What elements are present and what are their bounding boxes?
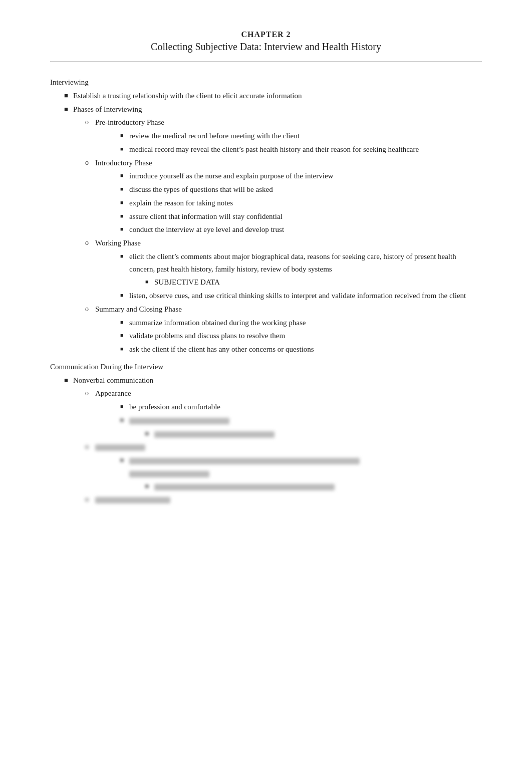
validate-problems-text: validate problems and discuss plans to r…	[129, 330, 482, 342]
assure-confidential-text: assure client that information will stay…	[129, 210, 482, 223]
medical-record-text: medical record may reveal the client’s p…	[129, 143, 482, 156]
item-nonverbal: ■ Nonverbal communication	[64, 374, 482, 387]
item-ask-client: ■ ask the client if the client has any o…	[120, 343, 482, 356]
introduce-text: introduce yourself as the nurse and expl…	[129, 170, 482, 182]
pre-intro-text: Pre-introductory Phase	[95, 116, 482, 129]
intro-phase-text: Introductory Phase	[95, 157, 482, 169]
blurred-text-4	[95, 493, 482, 506]
chapter-title: Collecting Subjective Data: Interview an…	[50, 41, 482, 53]
bullet-l3-3: ■	[120, 171, 129, 180]
review-medical-text: review the medical record before meeting…	[129, 130, 482, 142]
bullet-l1-3: ■	[64, 375, 73, 385]
item-phases: ■ Phases of Interviewing	[64, 103, 482, 116]
item-summary-phase: o Summary and Closing Phase	[85, 303, 482, 316]
header-divider	[50, 62, 482, 62]
blurred-text-1b	[154, 428, 482, 440]
item-explain-notes: ■ explain the reason for taking notes	[120, 197, 482, 209]
bullet-l2-7-blurred: o	[85, 493, 95, 505]
item-blurred-4: o	[85, 493, 482, 506]
interviewing-label: Interviewing	[50, 78, 89, 86]
bullet-l3-2: ■	[120, 144, 129, 153]
explain-notes-text: explain the reason for taking notes	[129, 197, 482, 209]
item-blurred-1: ■	[120, 414, 482, 427]
item-assure-confidential: ■ assure client that information will st…	[120, 210, 482, 223]
item-blurred-2: o	[85, 441, 482, 453]
bullet-l1-1: ■	[64, 90, 73, 101]
bullet-l2-4: o	[85, 303, 95, 315]
bullet-l4-1: ■	[145, 277, 154, 286]
item-pre-intro: o Pre-introductory Phase	[85, 116, 482, 129]
section-communication: Communication During the Interview	[50, 361, 482, 373]
item-elicit-comments: ■ elicit the client’s comments about maj…	[120, 250, 482, 276]
section-interviewing: Interviewing	[50, 76, 482, 89]
blurred-text-3	[129, 454, 482, 479]
summary-phase-text: Summary and Closing Phase	[95, 303, 482, 316]
establish-trust-text: Establish a trusting relationship with t…	[73, 90, 482, 102]
bullet-l3-8: ■	[120, 251, 129, 260]
bullet-l2-3: o	[85, 237, 95, 248]
elicit-comments-text: elicit the client’s comments about major…	[129, 250, 482, 276]
item-validate-problems: ■ validate problems and discuss plans to…	[120, 330, 482, 342]
item-blurred-1b: ■	[145, 428, 482, 440]
working-phase-text: Working Phase	[95, 237, 482, 249]
item-working-phase: o Working Phase	[85, 237, 482, 249]
bullet-l3-5: ■	[120, 198, 129, 207]
item-review-medical: ■ review the medical record before meeti…	[120, 130, 482, 142]
bullet-l2-5: o	[85, 387, 95, 399]
communication-label: Communication During the Interview	[50, 363, 163, 371]
bullet-l4-3-blurred: ■	[145, 481, 154, 490]
bullet-l3-10: ■	[120, 318, 129, 327]
bullet-l2-1: o	[85, 116, 95, 128]
bullet-l3-12: ■	[120, 344, 129, 353]
item-medical-record: ■ medical record may reveal the client’s…	[120, 143, 482, 156]
conduct-interview-text: conduct the interview at eye level and d…	[129, 223, 482, 236]
bullet-l3-13: ■	[120, 402, 129, 411]
item-discuss-questions: ■ discuss the types of questions that wi…	[120, 183, 482, 196]
content-area: Interviewing ■ Establish a trusting rela…	[50, 76, 482, 506]
bullet-l1-2: ■	[64, 104, 73, 114]
bullet-l3-1: ■	[120, 131, 129, 140]
bullet-l3-6: ■	[120, 211, 129, 220]
item-introduce: ■ introduce yourself as the nurse and ex…	[120, 170, 482, 182]
item-subjective-data: ■ SUBJECTIVE DATA	[145, 276, 482, 289]
listen-observe-text: listen, observe cues, and use critical t…	[129, 290, 482, 302]
item-blurred-3: ■	[120, 454, 482, 479]
bullet-l3-7: ■	[120, 224, 129, 233]
bullet-l3-11: ■	[120, 331, 129, 340]
appearance-text: Appearance	[95, 387, 482, 400]
item-be-professional: ■ be profession and comfortable	[120, 401, 482, 413]
blurred-text-1	[129, 414, 482, 427]
item-establish-trust: ■ Establish a trusting relationship with…	[64, 90, 482, 102]
item-listen-observe: ■ listen, observe cues, and use critical…	[120, 290, 482, 302]
phases-text: Phases of Interviewing	[73, 103, 482, 116]
item-summarize: ■ summarize information obtained during …	[120, 317, 482, 329]
item-appearance: o Appearance	[85, 387, 482, 400]
bullet-l4-2-blurred: ■	[145, 429, 154, 438]
bullet-l3-14-blurred: ■	[120, 415, 129, 424]
bullet-l3-4: ■	[120, 184, 129, 193]
item-blurred-3b: ■	[145, 480, 482, 493]
item-intro-phase: o Introductory Phase	[85, 157, 482, 169]
ask-client-text: ask the client if the client has any oth…	[129, 343, 482, 356]
subjective-data-text: SUBJECTIVE DATA	[154, 276, 482, 289]
discuss-questions-text: discuss the types of questions that will…	[129, 183, 482, 196]
blurred-text-2	[95, 441, 482, 453]
bullet-l3-9: ■	[120, 291, 129, 300]
item-conduct-interview: ■ conduct the interview at eye level and…	[120, 223, 482, 236]
page-header: CHAPTER 2 Collecting Subjective Data: In…	[50, 30, 482, 53]
blurred-text-3b	[154, 480, 482, 493]
nonverbal-text: Nonverbal communication	[73, 374, 482, 387]
bullet-l3-15-blurred: ■	[120, 455, 129, 464]
bullet-l2-2: o	[85, 157, 95, 168]
bullet-l2-6-blurred: o	[85, 441, 95, 452]
be-professional-text: be profession and comfortable	[129, 401, 482, 413]
summarize-text: summarize information obtained during th…	[129, 317, 482, 329]
chapter-label: CHAPTER 2	[50, 30, 482, 39]
